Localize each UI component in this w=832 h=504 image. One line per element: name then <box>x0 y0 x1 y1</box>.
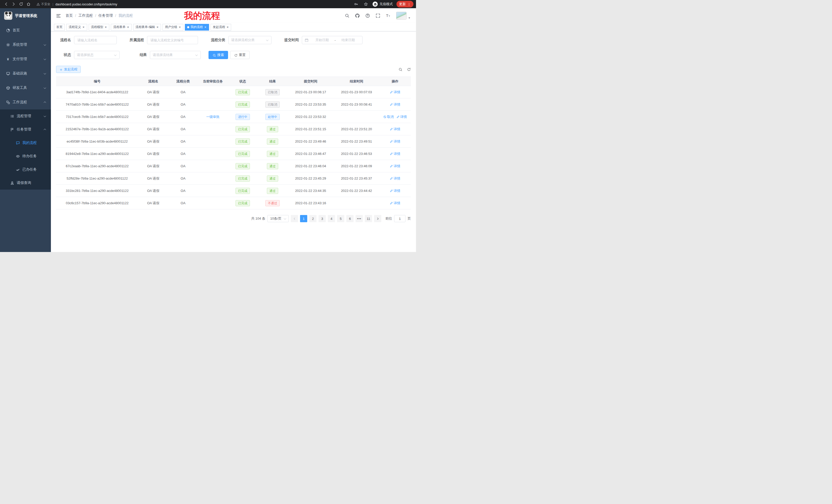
close-icon[interactable]: × <box>127 25 129 29</box>
tab-start-process[interactable]: 发起流程× <box>211 24 231 31</box>
close-icon[interactable]: × <box>156 25 159 29</box>
detail-action-link[interactable]: 详情 <box>390 139 400 144</box>
toggle-search-icon[interactable] <box>398 67 402 72</box>
tab-user-group[interactable]: 用户分组× <box>162 24 183 31</box>
chevron-down-icon <box>196 53 198 56</box>
close-icon[interactable]: × <box>105 25 107 29</box>
user-avatar[interactable] <box>396 12 407 20</box>
font-size-icon[interactable]: TT <box>386 13 391 18</box>
page-button-3[interactable]: 3 <box>318 215 326 222</box>
sidebar-item-done-tasks[interactable]: 已办任务 <box>0 163 51 176</box>
process-def-input[interactable] <box>147 36 198 44</box>
help-icon[interactable] <box>365 13 370 18</box>
sidebar-toggle-icon[interactable] <box>56 13 61 18</box>
tab-label: 首页 <box>56 25 62 29</box>
refresh-table-icon[interactable] <box>407 67 411 72</box>
user-menu[interactable] <box>396 12 411 20</box>
detail-action-link[interactable]: 详情 <box>396 115 407 119</box>
reset-button[interactable]: 重置 <box>230 51 250 59</box>
fullscreen-icon[interactable] <box>375 13 380 18</box>
tab-process-model[interactable]: 流程模型× <box>89 24 109 31</box>
page-button-4[interactable]: 4 <box>328 215 335 222</box>
detail-action-link[interactable]: 详情 <box>390 201 400 205</box>
close-icon[interactable]: × <box>82 25 85 29</box>
password-key-icon[interactable] <box>353 1 359 7</box>
browser-forward-icon[interactable] <box>10 1 17 8</box>
sidebar-item-workflow[interactable]: 工作流程 <box>0 95 51 109</box>
page-button-11[interactable]: 11 <box>365 215 372 222</box>
browser-home-icon[interactable] <box>25 1 32 8</box>
sidebar-item-system[interactable]: 系统管理 <box>0 37 51 52</box>
url-text: dashboard.yudao.iocoder.cn/bpm/task/my <box>55 2 117 6</box>
sidebar-item-process-mgmt[interactable]: 流程管理 <box>0 109 51 123</box>
detail-action-link[interactable]: 详情 <box>390 176 400 181</box>
category-select[interactable]: 请选择流程分类 <box>228 36 271 44</box>
cell-end-time <box>334 111 379 123</box>
result-badge: 通过 <box>267 163 278 169</box>
update-button[interactable]: 更新 <box>396 1 413 7</box>
browser-back-icon[interactable] <box>3 1 9 8</box>
breadcrumb-item[interactable]: 工作流程 <box>78 13 93 18</box>
breadcrumb-item[interactable]: 首页 <box>66 13 73 18</box>
cell-result: 已取消 <box>258 86 287 99</box>
search-button[interactable]: 搜索 <box>209 51 228 59</box>
task-link[interactable]: 一级审批 <box>206 115 219 119</box>
sidebar-item-infrastructure[interactable]: 基础设施 <box>0 66 51 81</box>
cancel-action-link[interactable]: 取消 <box>383 115 394 119</box>
detail-action-link[interactable]: 详情 <box>390 189 400 193</box>
page-button-6[interactable]: 6 <box>346 215 354 222</box>
prev-page-button[interactable] <box>291 215 298 222</box>
status-badge: 已完成 <box>235 163 250 169</box>
cell-status: 已完成 <box>228 135 258 148</box>
sidebar-item-todo-tasks[interactable]: 待办任务 <box>0 149 51 163</box>
sidebar-item-task-mgmt[interactable]: 任务管理 <box>0 123 51 136</box>
page-button-1[interactable]: 1 <box>300 215 307 222</box>
svg-text:T: T <box>389 15 390 18</box>
sidebar-item-my-process[interactable]: 我的流程 <box>0 136 51 149</box>
sidebar-item-payment[interactable]: ¥支付管理 <box>0 52 51 66</box>
page-size-select[interactable]: 10条/页 <box>267 215 289 222</box>
sidebar-item-leave-query[interactable]: 请假查询 <box>0 176 51 190</box>
detail-action-link[interactable]: 详情 <box>390 90 400 94</box>
tab-home[interactable]: 首页 <box>54 24 65 31</box>
next-page-button[interactable] <box>374 215 381 222</box>
tab-process-definition[interactable]: 流程定义× <box>66 24 87 31</box>
menu-dots-icon[interactable] <box>407 2 411 6</box>
bookmark-star-icon[interactable] <box>363 1 369 7</box>
tab-my-process[interactable]: 我的流程× <box>185 24 209 31</box>
tab-process-form-edit[interactable]: 流程表单-编辑× <box>133 24 161 31</box>
submit-time-range-picker[interactable]: 开始日期 - 结束日期 <box>302 36 363 44</box>
breadcrumb-separator: / <box>95 13 96 18</box>
status-select[interactable]: 请选择状态 <box>74 51 120 59</box>
breadcrumb-item[interactable]: 任务管理 <box>99 13 113 18</box>
page-ellipsis[interactable]: ••• <box>356 215 363 222</box>
date-start-placeholder: 开始日期 <box>311 38 334 43</box>
address-bar[interactable]: 不安全 | dashboard.yudao.iocoder.cn/bpm/tas… <box>36 2 353 6</box>
detail-action-link[interactable]: 详情 <box>390 102 400 107</box>
result-select[interactable]: 请选择流结果 <box>150 51 201 59</box>
page-size-value: 10条/页 <box>270 216 282 221</box>
github-icon[interactable] <box>355 13 360 18</box>
process-name-input[interactable] <box>74 36 117 44</box>
page-button-2[interactable]: 2 <box>309 215 316 222</box>
close-icon[interactable]: × <box>178 25 181 29</box>
close-icon[interactable]: × <box>227 25 229 29</box>
detail-action-link[interactable]: 详情 <box>390 127 400 132</box>
create-process-button[interactable]: 发起流程 <box>56 66 81 73</box>
cell-end-time: 2022-01-23 00:08:41 <box>334 99 379 111</box>
sidebar-item-devtools[interactable]: 研发工具 <box>0 81 51 95</box>
cell-actions: 详情 <box>379 185 411 197</box>
security-status[interactable]: 不安全 <box>36 2 50 6</box>
detail-action-link[interactable]: 详情 <box>390 164 400 169</box>
browser-reload-icon[interactable] <box>18 1 24 8</box>
result-badge: 通过 <box>267 126 278 132</box>
goto-page-input[interactable] <box>394 215 406 222</box>
close-icon[interactable]: × <box>204 25 207 29</box>
page-button-5[interactable]: 5 <box>337 215 344 222</box>
detail-action-link[interactable]: 详情 <box>390 151 400 156</box>
sidebar-item-home[interactable]: 首页 <box>0 23 51 37</box>
header-search-icon[interactable] <box>345 13 349 18</box>
sidebar-item-label: 工作流程 <box>12 100 27 105</box>
cell-category: OA <box>168 123 198 135</box>
tab-process-form[interactable]: 流程表单× <box>111 24 132 31</box>
